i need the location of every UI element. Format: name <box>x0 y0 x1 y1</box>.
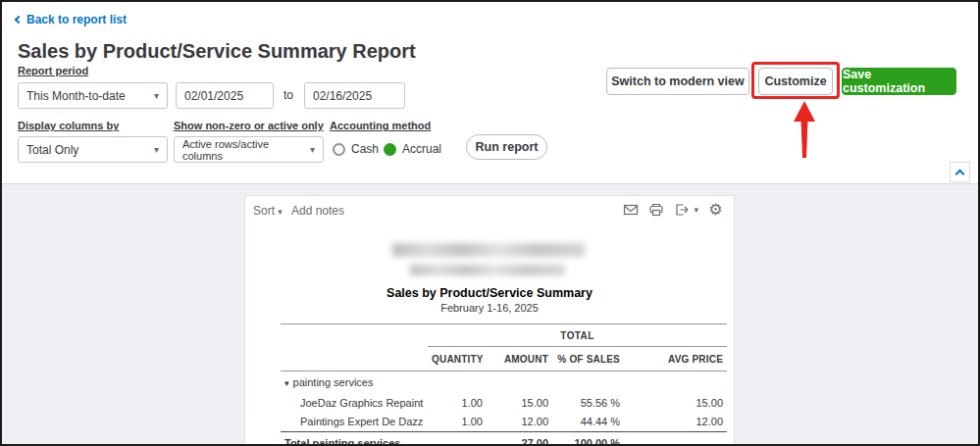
add-notes-button[interactable]: Add notes <box>291 204 344 218</box>
gear-icon[interactable]: ⚙ <box>707 201 724 218</box>
col-header-pct-of-sales: % OF SALES <box>552 347 624 372</box>
annotation-arrow-up <box>788 101 821 160</box>
display-columns-label: Display columns by <box>18 120 119 131</box>
section-row: ▾painting services <box>281 372 727 393</box>
save-customization-button[interactable]: Save customization <box>842 68 956 95</box>
run-report-button[interactable]: Run report <box>466 134 547 160</box>
row-pct-of-sales: 55.56 % <box>552 393 624 413</box>
report-period-select[interactable]: This Month-to-date ▾ <box>18 82 168 109</box>
date-from-input[interactable] <box>176 82 274 109</box>
display-columns-select[interactable]: Total Only ▾ <box>18 136 168 163</box>
report-card-toolbar: Sort ▾ Add notes ▾ ⚙ <box>245 196 734 225</box>
chevron-down-icon: ▾ <box>278 207 283 217</box>
row-pct-of-sales: 44.44 % <box>552 413 624 432</box>
row-avg-price: 12.00 <box>624 413 727 432</box>
report-page: Back to report list Sales by Product/Ser… <box>0 0 980 446</box>
total-band-label: TOTAL <box>428 324 727 347</box>
chevron-down-icon: ▾ <box>154 144 159 155</box>
date-to-input[interactable] <box>304 82 405 109</box>
chevron-down-icon: ▾ <box>310 144 315 155</box>
redacted-company-name <box>392 243 585 257</box>
page-title: Sales by Product/Service Summary Report <box>18 40 416 63</box>
email-icon[interactable] <box>622 201 639 218</box>
table-row: JoeDaz Graphics Repaint 1.00 15.00 55.56… <box>281 393 727 413</box>
cash-radio[interactable]: Cash <box>333 142 379 156</box>
back-link-label: Back to report list <box>26 13 127 26</box>
report-table: TOTAL QUANTITY AMOUNT % OF SALES AVG PRI… <box>281 323 727 446</box>
table-row: Paintings Expert De Dazz 1.00 12.00 44.4… <box>281 413 727 432</box>
show-filter-value: Active rows/active columns <box>182 138 304 162</box>
col-header-quantity: QUANTITY <box>428 347 487 372</box>
chevron-left-icon <box>15 16 23 24</box>
row-amount: 15.00 <box>487 393 552 413</box>
accrual-radio[interactable]: Accrual <box>384 142 441 156</box>
row-avg-price: 15.00 <box>624 393 727 413</box>
col-header-amount: AMOUNT <box>487 347 552 372</box>
table-total-row: Total painting services 27.00 100.00 % <box>281 432 727 446</box>
total-row-name: Total painting services <box>281 432 428 446</box>
chevron-up-icon <box>955 170 965 179</box>
total-pct-of-sales: 100.00 % <box>552 432 624 446</box>
row-name: Paintings Expert De Dazz <box>281 413 428 432</box>
report-period-label: Report period <box>18 65 88 76</box>
total-amount: 27.00 <box>487 432 552 446</box>
show-filter-label: Show non-zero or active only <box>174 120 324 131</box>
accounting-method-label: Accounting method <box>330 120 431 131</box>
section-collapse-icon[interactable]: ▾ <box>284 378 289 388</box>
report-content-area: Sort ▾ Add notes ▾ ⚙ <box>2 184 978 446</box>
to-label: to <box>284 88 293 102</box>
radio-selected-icon <box>384 143 396 156</box>
table-header-row: QUANTITY AMOUNT % OF SALES AVG PRICE <box>281 347 727 372</box>
col-header-avg-price: AVG PRICE <box>624 347 727 372</box>
report-card: Sort ▾ Add notes ▾ ⚙ <box>244 195 735 446</box>
row-name: JoeDaz Graphics Repaint <box>281 393 428 413</box>
redacted-company-subline <box>410 265 565 275</box>
section-label: painting services <box>293 376 374 388</box>
show-filter-select[interactable]: Active rows/active columns ▾ <box>174 136 324 163</box>
row-quantity: 1.00 <box>428 413 487 432</box>
sort-menu[interactable]: Sort ▾ <box>253 204 283 218</box>
display-columns-value: Total Only <box>26 143 78 157</box>
back-to-report-list-link[interactable]: Back to report list <box>16 13 127 26</box>
export-chevron-down-icon[interactable]: ▾ <box>694 205 698 215</box>
chevron-down-icon: ▾ <box>154 90 159 101</box>
report-title: Sales by Product/Service Summary <box>245 286 734 300</box>
accrual-label: Accrual <box>402 142 441 156</box>
export-icon[interactable] <box>673 201 690 218</box>
collapse-header-button[interactable] <box>950 162 970 182</box>
row-quantity: 1.00 <box>428 393 487 413</box>
radio-unselected-icon <box>333 143 345 156</box>
report-subtitle: February 1-16, 2025 <box>245 302 734 314</box>
row-amount: 12.00 <box>487 413 552 432</box>
customize-button[interactable]: Customize <box>758 68 833 95</box>
report-period-value: This Month-to-date <box>26 89 126 103</box>
cash-label: Cash <box>351 142 379 156</box>
table-band-row: TOTAL <box>281 324 727 347</box>
switch-modern-view-button[interactable]: Switch to modern view <box>606 68 749 95</box>
print-icon[interactable] <box>647 201 664 218</box>
